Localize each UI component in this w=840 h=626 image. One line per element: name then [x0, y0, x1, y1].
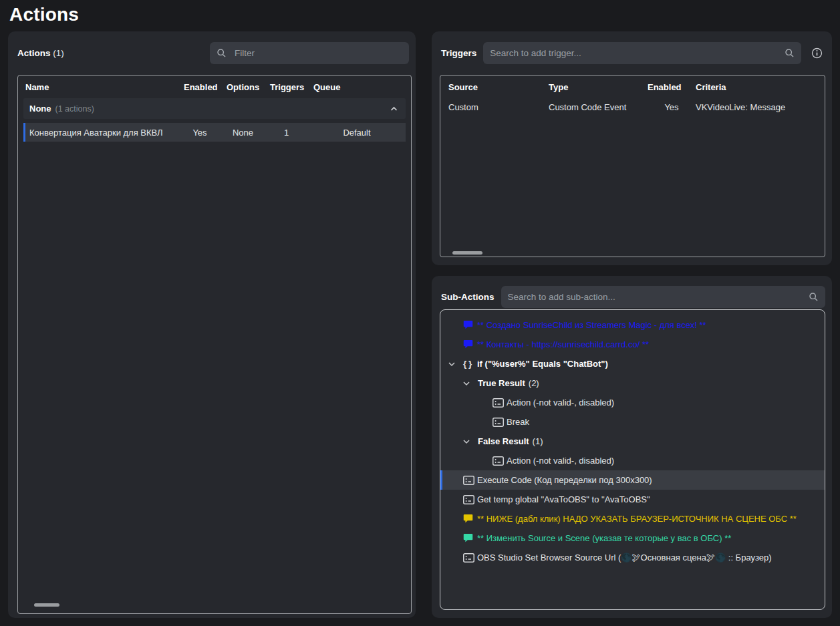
action-options: None: [221, 128, 265, 138]
subactions-tree: ** Создано SunriseChild из Streamers Mag…: [440, 309, 825, 610]
chevron-down-icon[interactable]: [448, 361, 463, 367]
actions-panel-title-text: Actions: [17, 48, 51, 58]
subaction-row-comment[interactable]: ** Создано SunriseChild из Streamers Mag…: [440, 315, 825, 335]
col-queue: Queue: [313, 82, 411, 92]
trigger-enabled: Yes: [648, 102, 696, 112]
subaction-label: True Result: [478, 378, 525, 388]
actions-panel: Actions (1) Name Enabled Options Trigger…: [8, 31, 416, 618]
subaction-row[interactable]: OBS Studio Set Browser Source Url (🌑🕊Осн…: [440, 548, 825, 567]
subaction-row-group[interactable]: False Result (1): [440, 432, 825, 451]
trigger-type: Custom Code Event: [549, 102, 648, 112]
action-group-row[interactable]: None (1 actions): [23, 98, 406, 119]
subaction-row[interactable]: Action (-not valid-, disabled): [440, 451, 825, 470]
comment-icon: [463, 533, 477, 543]
subaction-row-selected[interactable]: Execute Code (Код переделки под 300x300): [440, 470, 825, 490]
col-enabled: Enabled: [648, 82, 696, 92]
subaction-row-comment[interactable]: ** Изменить Source и Scene (указав те ко…: [440, 528, 825, 548]
subaction-icon: [463, 495, 477, 504]
trigger-search-input[interactable]: [483, 42, 778, 64]
subaction-icon: [493, 398, 507, 408]
col-type: Type: [549, 82, 648, 92]
chevron-down-icon[interactable]: [463, 438, 478, 445]
comment-icon: [463, 339, 477, 349]
subactions-panel: Sub-Actions ** Создано SunriseChild из S…: [432, 276, 832, 618]
comment-icon: [463, 320, 477, 330]
app-window: Actions Actions (1) Name Enabled Options…: [0, 0, 840, 626]
subaction-label: Action (-not valid-, disabled): [507, 398, 614, 408]
triggers-panel-title: Triggers: [441, 48, 476, 58]
subaction-label: False Result: [478, 436, 529, 446]
search-icon: [778, 48, 801, 58]
subaction-row[interactable]: Get temp global "AvaToOBS" to "AvaToOBS": [440, 490, 825, 509]
triggers-panel-header: Triggers: [432, 31, 832, 75]
actions-panel-title: Actions (1): [17, 48, 64, 58]
col-options: Options: [227, 82, 270, 92]
trigger-source: Custom: [448, 102, 549, 112]
actions-table: Name Enabled Options Triggers Queue None…: [17, 75, 412, 614]
group-count: (1 actions): [55, 104, 94, 114]
subaction-label: Get temp global "AvaToOBS" to "AvaToOBS": [477, 494, 650, 504]
col-triggers: Triggers: [270, 82, 313, 92]
subaction-row-if[interactable]: { } if ("%user%" Equals "ChatBot"): [440, 354, 825, 373]
trigger-search-box: [483, 42, 801, 64]
chevron-down-icon[interactable]: [463, 380, 478, 387]
subaction-row-group[interactable]: True Result (2): [440, 373, 825, 393]
subaction-row[interactable]: Break: [440, 412, 825, 432]
actions-filter-box: [210, 42, 409, 64]
col-enabled: Enabled: [184, 82, 227, 92]
subaction-label: Break: [507, 417, 529, 427]
subaction-label: ** Контакты - https://sunrisechild.carrd…: [477, 339, 649, 349]
actions-panel-header: Actions (1): [8, 31, 416, 75]
subaction-count: (2): [529, 378, 539, 388]
subaction-search-box: [501, 286, 826, 308]
triggers-panel: Triggers Source Type Enabled Criteria Cu…: [432, 31, 832, 265]
search-icon: [210, 48, 233, 58]
braces-icon: { }: [463, 359, 477, 369]
triggers-table-header: Source Type Enabled Criteria: [440, 75, 825, 98]
action-enabled: Yes: [178, 128, 221, 138]
triggers-table: Source Type Enabled Criteria Custom Cust…: [440, 75, 825, 257]
action-name: Конвертация Аватарки для ВКВЛ: [25, 128, 178, 138]
subactions-panel-title: Sub-Actions: [441, 292, 495, 302]
table-row-action[interactable]: Конвертация Аватарки для ВКВЛ Yes None 1…: [23, 123, 406, 142]
subaction-label: if ("%user%" Equals "ChatBot"): [477, 359, 608, 369]
search-icon: [802, 292, 825, 302]
subaction-count: (1): [533, 436, 543, 446]
subaction-label: OBS Studio Set Browser Source Url (🌑🕊Осн…: [477, 553, 772, 563]
actions-table-header: Name Enabled Options Triggers Queue: [18, 75, 411, 98]
chevron-up-icon[interactable]: [390, 106, 398, 112]
info-icon[interactable]: [808, 45, 825, 62]
action-triggers-count: 1: [265, 128, 308, 138]
col-criteria: Criteria: [696, 82, 825, 92]
subaction-row-comment[interactable]: ** Контакты - https://sunrisechild.carrd…: [440, 335, 825, 354]
col-name: Name: [25, 82, 184, 92]
actions-count: (1): [53, 48, 64, 58]
subaction-row-comment[interactable]: ** НИЖЕ (дабл клик) НАДО УКАЗАТЬ БРАУЗЕР…: [440, 509, 825, 528]
subaction-label: ** Изменить Source и Scene (указав те ко…: [477, 533, 731, 543]
action-queue: Default: [308, 128, 406, 138]
subaction-icon: [463, 553, 477, 563]
table-row-trigger[interactable]: Custom Custom Code Event Yes VKVideoLive…: [440, 98, 825, 116]
subactions-panel-header: Sub-Actions: [432, 276, 832, 309]
col-source: Source: [448, 82, 549, 92]
comment-icon: [463, 514, 477, 524]
subaction-icon: [493, 456, 507, 466]
subaction-label: ** Создано SunriseChild из Streamers Mag…: [477, 320, 706, 330]
group-name: None: [29, 104, 51, 114]
trigger-criteria: VKVideoLive: Message: [696, 102, 825, 112]
subaction-label: ** НИЖЕ (дабл клик) НАДО УКАЗАТЬ БРАУЗЕР…: [477, 514, 797, 524]
subaction-row[interactable]: Action (-not valid-, disabled): [440, 393, 825, 412]
subaction-search-input[interactable]: [501, 286, 803, 308]
subaction-label: Action (-not valid-, disabled): [507, 456, 614, 466]
selection-accent-bar: [440, 470, 442, 490]
horizontal-scrollbar-thumb[interactable]: [452, 251, 482, 255]
horizontal-scrollbar-thumb[interactable]: [34, 603, 59, 607]
actions-filter-input[interactable]: [233, 42, 409, 64]
page-title: Actions: [9, 4, 79, 25]
subaction-icon: [493, 418, 507, 427]
subaction-label: Execute Code (Код переделки под 300x300): [477, 475, 652, 485]
subaction-icon: [463, 476, 477, 485]
